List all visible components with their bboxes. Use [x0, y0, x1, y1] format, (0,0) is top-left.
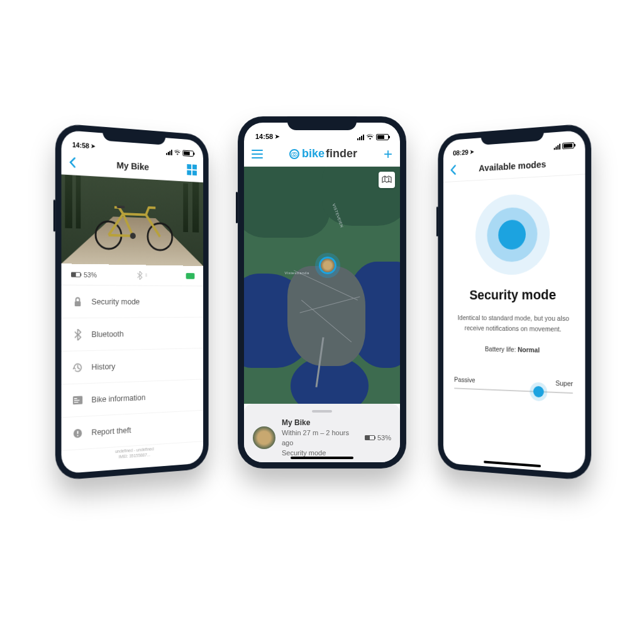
slider-thumb[interactable]: [533, 386, 544, 398]
battery-percent: 53%: [84, 270, 97, 278]
sim-status-icon: [186, 273, 195, 279]
home-indicator: [291, 457, 353, 459]
navbar: bikefinder +: [244, 142, 400, 167]
cell-signal-icon: [554, 143, 560, 150]
bike-location-pin[interactable]: [319, 257, 336, 274]
bike-battery: 53%: [365, 434, 391, 441]
menu-item-history[interactable]: History: [62, 348, 204, 385]
cell-signal-icon: [357, 135, 364, 140]
add-button[interactable]: +: [384, 147, 392, 162]
status-time: 14:58: [72, 141, 89, 150]
bike-avatar: [253, 426, 275, 449]
battery-icon: [562, 142, 574, 149]
menu-list: Security mode Bluetooth History: [62, 286, 204, 474]
map-layers-button[interactable]: [379, 172, 395, 188]
wifi-icon: [366, 134, 374, 140]
bike-status-strip: 53% ⦀: [62, 264, 204, 286]
location-arrow-icon: ➤: [275, 133, 280, 140]
back-button[interactable]: [69, 156, 76, 168]
menu-label: Security mode: [91, 297, 140, 306]
mode-title: Security mode: [469, 287, 556, 303]
battery-life-text: Battery life: Normal: [485, 345, 540, 354]
cell-signal-icon: [166, 149, 172, 155]
phone-mockup-center: 14:58 ➤ bikefinder +: [238, 116, 406, 469]
battery-icon: [376, 134, 389, 140]
sheet-drag-handle[interactable]: [312, 410, 332, 413]
menu-label: History: [91, 362, 115, 372]
svg-rect-6: [74, 398, 77, 399]
menu-label: Report theft: [91, 425, 131, 437]
qr-code-icon[interactable]: [187, 164, 197, 175]
lock-icon: [72, 296, 83, 307]
menu-label: Bike information: [91, 392, 145, 404]
page-title: My Bike: [116, 160, 149, 172]
svg-rect-4: [75, 301, 81, 306]
mode-radar-graphic: [475, 193, 550, 275]
svg-point-2: [130, 233, 136, 239]
mode-description: Identical to standard mode, but you also…: [454, 313, 573, 334]
page-title: Available modes: [479, 158, 546, 173]
info-card-icon: [72, 394, 83, 406]
phone-mockup-left: 14:58 ➤ My Bike: [55, 123, 209, 481]
bluetooth-signal-icon: ⦀: [138, 271, 147, 280]
mode-slider[interactable]: Passive Super: [454, 375, 573, 394]
slider-label-right: Super: [555, 379, 573, 387]
bike-icon: [91, 194, 176, 252]
brand-logo: bikefinder: [289, 147, 357, 160]
distance-text: Within 27 m: [282, 429, 318, 436]
back-button[interactable]: [450, 164, 456, 175]
slider-label-left: Passive: [454, 375, 475, 384]
bike-hero-image: [62, 174, 204, 266]
location-arrow-icon: ➤: [470, 148, 474, 155]
menu-item-security-mode[interactable]: Security mode: [62, 286, 204, 319]
svg-rect-3: [117, 206, 125, 209]
menu-item-bluetooth[interactable]: Bluetooth: [62, 318, 204, 352]
location-arrow-icon: ➤: [91, 143, 96, 150]
notch: [287, 116, 357, 130]
status-time: 14:58: [255, 133, 273, 140]
history-icon: [72, 362, 83, 374]
battery-small-icon: [71, 272, 80, 277]
alert-icon: [72, 427, 83, 439]
status-time: 08:29: [453, 148, 468, 157]
menu-label: Bluetooth: [91, 329, 123, 339]
svg-rect-10: [77, 431, 79, 434]
map-view[interactable]: Vistestranda VISTEVEIEN: [244, 167, 400, 404]
phone-mockup-right: 08:29 ➤ Available modes Secu: [438, 123, 591, 481]
battery-icon: [182, 150, 193, 157]
map-place-label: Vistestranda: [284, 271, 309, 275]
bike-name: My Bike: [282, 418, 358, 428]
brand-logo-icon: [289, 149, 299, 159]
bluetooth-icon: [72, 329, 83, 340]
bottom-sheet[interactable]: My Bike Within 27 m – 2 hours ago Securi…: [244, 404, 400, 462]
menu-button[interactable]: [252, 150, 263, 158]
wifi-icon: [174, 149, 180, 155]
